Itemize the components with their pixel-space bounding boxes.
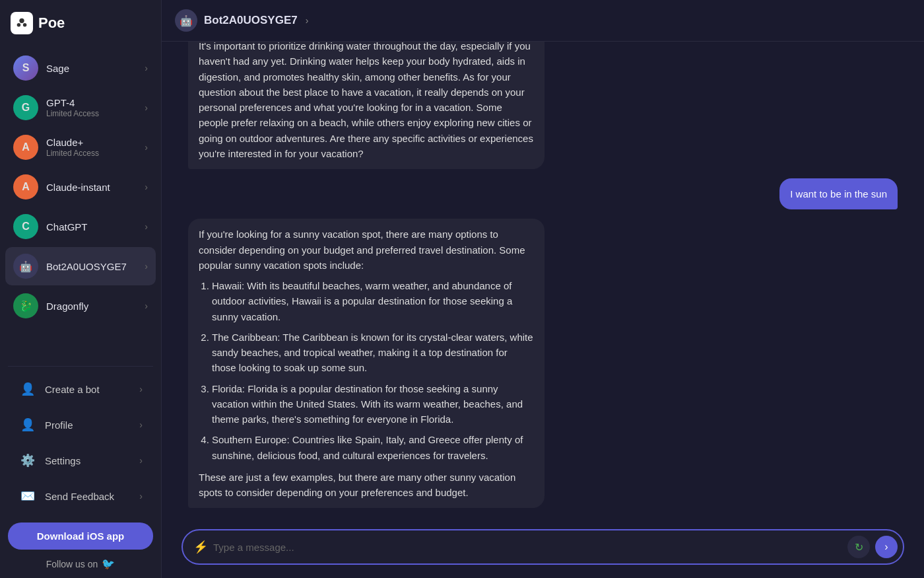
action-chevron-profile: › <box>139 419 143 430</box>
bot-info-gpt4: GPT-4 Limited Access <box>46 97 137 118</box>
action-icon-send-feedback: ✉️ <box>18 487 37 505</box>
bot-chevron-sage: › <box>145 63 148 73</box>
bot-sub-claude-plus: Limited Access <box>46 149 137 158</box>
action-label-create-bot: Create a bot <box>45 384 100 395</box>
chat-input[interactable] <box>213 542 842 553</box>
svg-point-1 <box>17 23 21 27</box>
chat-area: 🤖 Bot2A0UOSYGE7 › What is the best place… <box>162 0 924 578</box>
bot-chevron-gpt4: › <box>145 102 148 113</box>
action-chevron-settings: › <box>139 455 143 466</box>
svg-point-2 <box>23 23 27 27</box>
bot-avatar-sage: S <box>13 55 38 81</box>
chat-header: 🤖 Bot2A0UOSYGE7 › <box>162 0 924 42</box>
sidebar-divider <box>8 366 153 367</box>
chat-bot-avatar: 🤖 <box>175 9 197 32</box>
sidebar-item-chatgpt[interactable]: C ChatGPT › <box>5 207 156 246</box>
message-row-m5: I want to be in the sun <box>188 178 898 209</box>
chat-input-area: ⚡ ↻ › <box>162 521 924 578</box>
bot-info-claude-plus: Claude+ Limited Access <box>46 137 137 158</box>
bot-chevron-bot2a0: › <box>145 261 148 271</box>
sidebar-action-send-feedback[interactable]: ✉️ Send Feedback › <box>5 479 156 513</box>
action-icon-settings: ⚙️ <box>18 451 37 470</box>
message-row-m6: If you're looking for a sunny vacation s… <box>188 219 898 508</box>
app-name: Poe <box>38 15 65 32</box>
sidebar-item-dragonfly[interactable]: 🐉 Dragonfly › <box>5 287 156 325</box>
download-ios-button[interactable]: Download iOS app <box>8 523 153 550</box>
bot-chevron-dragonfly: › <box>145 301 148 311</box>
bot-sub-gpt4: Limited Access <box>46 109 137 118</box>
bolt-icon: ⚡ <box>193 540 208 554</box>
chat-bot-name: Bot2A0UOSYGE7 <box>204 14 298 27</box>
action-icon-profile: 👤 <box>18 415 37 434</box>
svg-point-0 <box>19 18 24 23</box>
bot-avatar-gpt4: G <box>13 95 38 120</box>
sidebar-item-claude-plus[interactable]: A Claude+ Limited Access › <box>5 128 156 166</box>
bot-name-sage: Sage <box>46 63 137 74</box>
action-label-send-feedback: Send Feedback <box>45 491 114 502</box>
twitter-icon[interactable]: 🐦 <box>102 558 115 570</box>
sidebar-item-bot2a0[interactable]: 🤖 Bot2A0UOSYGE7 › <box>5 247 156 285</box>
sidebar: Poe S Sage › G GPT-4 Limited Access › A … <box>0 0 162 578</box>
bot-info-sage: Sage <box>46 63 137 74</box>
bot-name-bot2a0: Bot2A0UOSYGE7 <box>46 261 137 272</box>
bot-name-chatgpt: ChatGPT <box>46 221 137 233</box>
logo-icon <box>11 12 33 34</box>
action-icon-create-bot: 👤 <box>18 380 37 398</box>
chat-messages: What is the best place to have a vacatio… <box>162 42 924 521</box>
action-label-profile: Profile <box>45 419 73 431</box>
bot-chevron-claude-plus: › <box>145 142 148 153</box>
bot-chevron-claude-instant: › <box>145 182 148 192</box>
bot-name-claude-plus: Claude+ <box>46 137 137 148</box>
bot-name-claude-instant: Claude-instant <box>46 182 137 193</box>
bot-chevron-chatgpt: › <box>145 221 148 232</box>
follow-us-section: Follow us on 🐦 <box>8 558 153 570</box>
bot-info-dragonfly: Dragonfly <box>46 301 137 312</box>
sidebar-item-sage[interactable]: S Sage › <box>5 49 156 87</box>
bot-list: S Sage › G GPT-4 Limited Access › A Clau… <box>0 46 161 362</box>
sidebar-action-create-bot[interactable]: 👤 Create a bot › <box>5 372 156 406</box>
bot-info-chatgpt: ChatGPT <box>46 221 137 233</box>
sidebar-action-profile[interactable]: 👤 Profile › <box>5 408 156 442</box>
bot-avatar-chatgpt: C <box>13 214 38 239</box>
message-row-m4: It's important to prioritize drinking wa… <box>188 42 898 169</box>
sidebar-action-settings[interactable]: ⚙️ Settings › <box>5 443 156 478</box>
message-bubble-m5: I want to be in the sun <box>779 178 898 209</box>
action-chevron-send-feedback: › <box>139 491 143 501</box>
message-bubble-m4: It's important to prioritize drinking wa… <box>188 42 544 169</box>
send-button[interactable]: › <box>875 536 898 558</box>
bot-name-gpt4: GPT-4 <box>46 97 137 108</box>
bot-avatar-claude-instant: A <box>13 174 38 199</box>
sidebar-bottom: Download iOS app Follow us on 🐦 <box>0 515 161 578</box>
sidebar-item-claude-instant[interactable]: A Claude-instant › <box>5 168 156 206</box>
refresh-button[interactable]: ↻ <box>847 536 870 558</box>
sidebar-item-gpt4[interactable]: G GPT-4 Limited Access › <box>5 89 156 127</box>
bot-avatar-claude-plus: A <box>13 135 38 160</box>
chat-header-chevron[interactable]: › <box>306 15 309 26</box>
message-bubble-m6: If you're looking for a sunny vacation s… <box>188 219 544 508</box>
bot-name-dragonfly: Dragonfly <box>46 301 137 312</box>
follow-us-label: Follow us on <box>46 559 98 569</box>
chat-input-container: ⚡ ↻ › <box>182 529 904 565</box>
app-logo: Poe <box>0 0 161 46</box>
bot-avatar-dragonfly: 🐉 <box>13 293 38 318</box>
action-chevron-create-bot: › <box>139 384 143 394</box>
action-label-settings: Settings <box>45 455 81 466</box>
bot-info-claude-instant: Claude-instant <box>46 182 137 193</box>
bot-info-bot2a0: Bot2A0UOSYGE7 <box>46 261 137 272</box>
bot-avatar-bot2a0: 🤖 <box>13 254 38 279</box>
